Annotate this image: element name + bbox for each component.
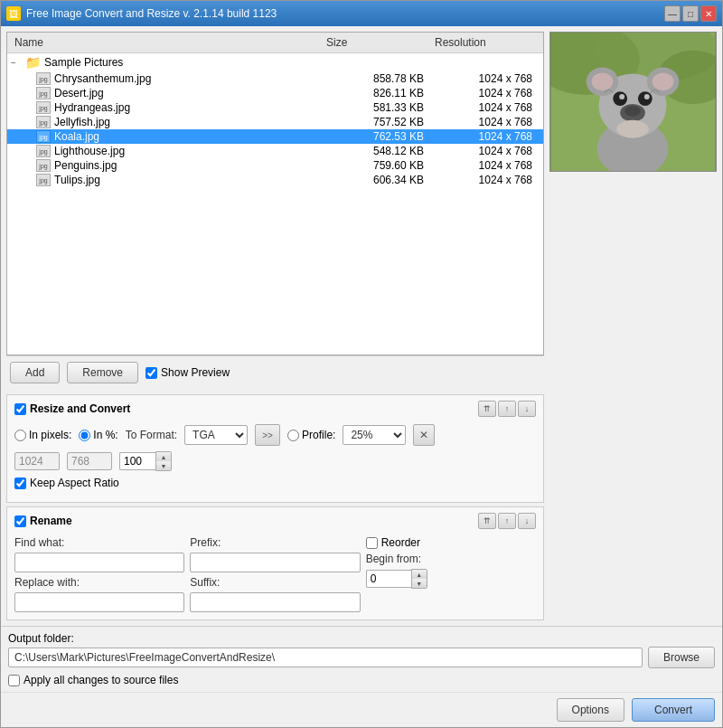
file-size: 826.11 KB — [323, 87, 431, 99]
file-list-container[interactable]: Name Size Resolution − 📁 Sample Pictures… — [6, 32, 544, 355]
rename-col3: Reorder Begin from: ▲ ▼ — [366, 536, 536, 612]
file-resolution: 1024 x 768 — [431, 72, 540, 85]
rename-down-btn[interactable]: ↓ — [518, 513, 536, 529]
keep-aspect-row: Keep Aspect Ratio — [14, 477, 536, 489]
table-row[interactable]: jpg Desert.jpg 826.11 KB 1024 x 768 — [7, 86, 543, 100]
begin-from-down[interactable]: ▼ — [412, 579, 427, 588]
preview-image — [549, 32, 717, 172]
height-input[interactable] — [67, 452, 112, 470]
percent-input[interactable] — [119, 452, 155, 470]
reorder-label[interactable]: Reorder — [366, 536, 536, 549]
show-preview-label[interactable]: Show Preview — [146, 366, 230, 379]
table-row[interactable]: jpg Penguins.jpg 759.60 KB 1024 x 768 — [7, 158, 543, 173]
expand-icon[interactable]: − — [11, 58, 22, 68]
profile-select[interactable]: 25% 50% 75% 100% — [343, 425, 406, 445]
resize-up-btn[interactable]: ↑ — [498, 401, 516, 417]
file-rows: jpg Chrysanthemum.jpg 858.78 KB 1024 x 7… — [7, 71, 543, 187]
table-row[interactable]: jpg Koala.jpg 762.53 KB 1024 x 768 — [7, 129, 543, 144]
begin-from-label: Begin from: — [366, 553, 536, 565]
file-name: jpg Tulips.jpg — [11, 174, 323, 186]
table-row[interactable]: jpg Tulips.jpg 606.34 KB 1024 x 768 — [7, 173, 543, 187]
resize-enabled-checkbox[interactable] — [14, 403, 26, 415]
format-select[interactable]: TGA JPEG PNG BMP GIF — [184, 425, 248, 445]
begin-from-input[interactable] — [366, 570, 411, 588]
in-pixels-radio-label[interactable]: In pixels: — [14, 429, 71, 441]
in-percent-radio-label[interactable]: In %: — [79, 429, 117, 441]
convert-button[interactable]: Convert — [632, 698, 715, 722]
in-percent-label: In %: — [93, 429, 117, 441]
table-row[interactable]: jpg Jellyfish.jpg 757.52 KB 1024 x 768 — [7, 115, 543, 129]
keep-aspect-checkbox[interactable] — [14, 477, 26, 489]
profile-radio-label[interactable]: Profile: — [287, 429, 335, 441]
col-resolution: Resolution — [431, 34, 540, 51]
table-row[interactable]: jpg Lighthouse.jpg 548.12 KB 1024 x 768 — [7, 144, 543, 158]
file-size: 581.33 KB — [323, 101, 431, 114]
file-icon: jpg — [36, 159, 51, 172]
prefix-input[interactable] — [190, 553, 360, 572]
table-row[interactable]: jpg Hydrangeas.jpg 581.33 KB 1024 x 768 — [7, 100, 543, 115]
output-path-input[interactable] — [8, 648, 643, 667]
rename-top-btn[interactable]: ⇈ — [478, 513, 496, 529]
spinner-up[interactable]: ▲ — [156, 452, 171, 461]
file-name: jpg Desert.jpg — [11, 87, 323, 99]
resize-row1: In pixels: In %: To Format: TGA JPEG PNG… — [14, 424, 536, 446]
show-preview-checkbox[interactable] — [146, 367, 157, 379]
col-size: Size — [323, 34, 431, 51]
minimize-button[interactable]: — — [664, 5, 681, 22]
file-name-text: Penguins.jpg — [54, 159, 117, 172]
replace-with-input[interactable] — [14, 592, 184, 612]
file-name-text: Jellyfish.jpg — [54, 116, 110, 128]
reorder-checkbox[interactable] — [366, 537, 378, 549]
in-pixels-radio[interactable] — [14, 430, 26, 441]
profile-radio[interactable] — [287, 430, 299, 441]
rename-enabled-checkbox[interactable] — [14, 515, 26, 527]
file-list-header: Name Size Resolution — [7, 33, 543, 53]
resize-down-btn[interactable]: ↓ — [518, 401, 536, 417]
file-name: jpg Koala.jpg — [11, 130, 323, 143]
in-percent-radio[interactable] — [79, 430, 90, 441]
replace-with-label: Replace with: — [14, 576, 184, 589]
rename-section: Rename ⇈ ↑ ↓ Find what: Replace with: — [6, 506, 544, 620]
find-what-label: Find what: — [14, 536, 184, 549]
keep-aspect-label[interactable]: Keep Aspect Ratio — [14, 477, 119, 489]
arrow-button[interactable]: >> — [255, 424, 280, 446]
add-button[interactable]: Add — [10, 362, 60, 383]
file-name-text: Chrysanthemum.jpg — [54, 72, 151, 85]
file-size: 548.12 KB — [323, 145, 431, 157]
options-button[interactable]: Options — [557, 698, 624, 722]
rename-section-controls: ⇈ ↑ ↓ — [478, 513, 536, 529]
apply-all-text: Apply all changes to source files — [23, 674, 178, 686]
left-panel: Name Size Resolution − 📁 Sample Pictures… — [6, 32, 544, 620]
spinner-down[interactable]: ▼ — [156, 461, 171, 470]
keep-aspect-text: Keep Aspect Ratio — [30, 477, 119, 489]
bottom-buttons: Options Convert — [1, 692, 722, 727]
maximize-button[interactable]: □ — [682, 5, 699, 22]
find-what-input[interactable] — [14, 553, 184, 572]
browse-button[interactable]: Browse — [648, 647, 715, 668]
window-title: Free Image Convert and Resize v. 2.1.14 … — [26, 7, 277, 20]
file-name-text: Lighthouse.jpg — [54, 145, 125, 157]
file-resolution: 1024 x 768 — [431, 116, 540, 128]
file-size: 759.60 KB — [323, 159, 431, 172]
width-input[interactable] — [14, 452, 60, 470]
table-row[interactable]: jpg Chrysanthemum.jpg 858.78 KB 1024 x 7… — [7, 71, 543, 86]
clear-profile-button[interactable]: ✕ — [413, 424, 435, 446]
suffix-input[interactable] — [190, 592, 360, 612]
file-size: 762.53 KB — [323, 130, 431, 143]
svg-point-7 — [592, 72, 614, 90]
folder-name: Sample Pictures — [44, 56, 123, 69]
begin-from-spinner: ▲ ▼ — [366, 569, 536, 589]
begin-from-up[interactable]: ▲ — [412, 570, 427, 579]
resize-title: Resize and Convert — [14, 402, 130, 415]
rename-up-btn[interactable]: ↑ — [498, 513, 516, 529]
begin-from-btns: ▲ ▼ — [411, 569, 427, 589]
rename-col1: Find what: Replace with: — [14, 536, 184, 612]
remove-button[interactable]: Remove — [67, 362, 138, 383]
folder-item[interactable]: − 📁 Sample Pictures — [7, 53, 543, 71]
resize-top-btn[interactable]: ⇈ — [478, 401, 496, 417]
file-name-text: Desert.jpg — [54, 87, 104, 99]
apply-all-checkbox[interactable] — [8, 675, 20, 686]
apply-all-label[interactable]: Apply all changes to source files — [8, 674, 715, 686]
close-button[interactable]: ✕ — [700, 5, 717, 22]
output-folder-label: Output folder: — [8, 632, 715, 645]
